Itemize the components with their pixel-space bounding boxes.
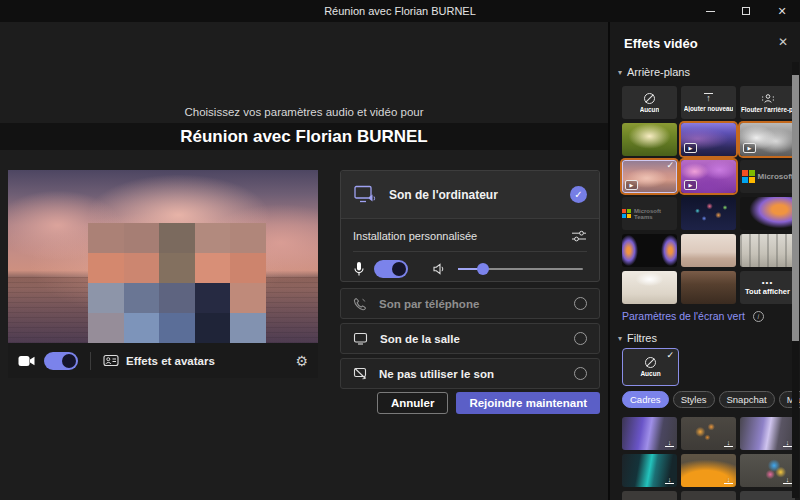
- computer-sound-icon: [353, 184, 377, 205]
- no-sound-label: Ne pas utiliser le son: [379, 368, 494, 380]
- camera-icon: [18, 355, 35, 367]
- microphone-icon: [353, 261, 365, 277]
- add-new-label: Ajouter nouveau: [684, 105, 734, 112]
- background-thumb-purple-flowers[interactable]: ▶: [681, 160, 736, 193]
- download-icon: ↓: [783, 476, 792, 484]
- background-thumb-office-room[interactable]: [740, 234, 795, 267]
- background-thumb-pink-clouds-selected[interactable]: ✓ ▶: [622, 160, 677, 193]
- background-none-button[interactable]: Aucun: [622, 86, 677, 119]
- none-icon: [644, 93, 655, 104]
- show-all-label: Tout afficher: [745, 287, 790, 296]
- window-title: Réunion avec Florian BURNEL: [0, 0, 800, 22]
- none-icon: [645, 357, 656, 368]
- add-new-background-button[interactable]: ↑ Ajouter nouveau: [681, 86, 736, 119]
- panel-close-button[interactable]: ✕: [778, 35, 788, 49]
- tab-snapchat[interactable]: Snapchat: [719, 391, 775, 408]
- device-settings-gear-icon[interactable]: ⚙: [295, 354, 308, 368]
- backgrounds-section-header[interactable]: ▾ Arrière-plans: [618, 66, 690, 78]
- camera-toggle[interactable]: [44, 352, 78, 370]
- upload-icon: ↑: [704, 93, 713, 103]
- selected-check-icon: ✓: [570, 186, 587, 203]
- video-play-icon: ▶: [684, 143, 697, 153]
- phone-sound-option[interactable]: Son par téléphone: [340, 288, 600, 319]
- background-thumb-purple-mountains[interactable]: ▶: [681, 123, 736, 156]
- no-sound-option[interactable]: Ne pas utiliser le son: [340, 358, 600, 389]
- toolbar-divider: [90, 352, 91, 370]
- tab-styles[interactable]: Styles: [673, 391, 715, 408]
- microsoft-logo-icon: [742, 170, 755, 183]
- camera-toggle-knob: [62, 354, 76, 368]
- background-thumb-orange-ribbon[interactable]: [740, 197, 795, 230]
- pixelated-face-region: [88, 223, 266, 343]
- filter-thumb-balloons[interactable]: ↓: [740, 454, 795, 487]
- download-icon: ↓: [665, 439, 674, 447]
- background-thumb-dark-ribbons[interactable]: [622, 234, 677, 267]
- phone-icon: [353, 297, 367, 311]
- more-dots-icon: •••: [762, 280, 773, 286]
- panel-scrollbar-thumb[interactable]: [792, 75, 799, 341]
- selected-check-icon: ✓: [666, 350, 674, 360]
- green-screen-link[interactable]: Paramètres de l'écran vert: [622, 310, 745, 322]
- filter-thumb-purple-wave[interactable]: ↓: [622, 417, 677, 450]
- room-sound-option[interactable]: Son de la salle: [340, 323, 600, 354]
- cancel-button[interactable]: Annuler: [377, 392, 448, 414]
- blur-background-button[interactable]: Flouter l'arrière-pl: [740, 86, 795, 119]
- custom-setup-section: Installation personnalisée: [341, 219, 599, 286]
- info-icon[interactable]: i: [753, 311, 764, 322]
- microphone-toggle-knob: [392, 262, 406, 276]
- background-thumb-forest[interactable]: [622, 123, 677, 156]
- show-all-backgrounds-button[interactable]: ••• Tout afficher: [740, 271, 795, 304]
- background-thumb-microsoft-teams[interactable]: Microsoft Teams: [622, 197, 677, 230]
- background-thumb-white-interior[interactable]: [622, 271, 677, 304]
- audio-mixer-icon[interactable]: [571, 229, 587, 243]
- filter-none-selected[interactable]: ✓ Aucun: [622, 348, 679, 386]
- background-thumb-microsoft[interactable]: Microsoft: [740, 160, 795, 193]
- tab-cadres[interactable]: Cadres: [622, 391, 669, 408]
- filters-section-header[interactable]: ▾ Filtres: [618, 332, 657, 344]
- maximize-icon: [742, 7, 750, 15]
- computer-sound-card: Son de l'ordinateur ✓ Installation perso…: [340, 170, 600, 282]
- minimize-icon: [706, 11, 715, 12]
- chevron-down-icon: ▾: [618, 334, 622, 343]
- effects-avatars-button[interactable]: Effets et avatars: [126, 355, 215, 367]
- volume-slider-thumb[interactable]: [477, 263, 489, 275]
- room-sound-radio[interactable]: [574, 332, 587, 345]
- background-thumb-grey-clouds[interactable]: ▶: [740, 123, 795, 156]
- background-option-buttons: Aucun ↑ Ajouter nouveau Flouter l'arrièr…: [622, 86, 795, 119]
- volume-slider[interactable]: [458, 268, 583, 270]
- speaker-icon: [432, 263, 446, 275]
- background-thumb-dark-interior[interactable]: [681, 271, 736, 304]
- backgrounds-section-label: Arrière-plans: [627, 66, 690, 78]
- microsoft-teams-label: Microsoft Teams: [634, 208, 677, 220]
- selected-check-icon: ✓: [666, 160, 674, 170]
- background-thumb-dark-spheres[interactable]: [681, 197, 736, 230]
- filter-thumb-orange-bokeh[interactable]: ↓: [681, 417, 736, 450]
- close-window-button[interactable]: ✕: [764, 0, 800, 22]
- minimize-button[interactable]: [692, 0, 728, 22]
- no-sound-radio[interactable]: [574, 367, 587, 380]
- room-audio-icon: [353, 332, 368, 345]
- filter-thumb-teal-wave[interactable]: ↓: [622, 454, 677, 487]
- filter-thumb-grey[interactable]: [740, 491, 795, 500]
- filter-thumb-blue[interactable]: [681, 491, 736, 500]
- background-thumb-beige-interior[interactable]: [681, 234, 736, 267]
- microphone-toggle[interactable]: [374, 260, 408, 278]
- room-sound-label: Son de la salle: [380, 333, 460, 345]
- maximize-button[interactable]: [728, 0, 764, 22]
- filter-thumb-lavender-wave[interactable]: ↓: [740, 417, 795, 450]
- meeting-title-band: Réunion avec Florian BURNEL: [0, 123, 608, 150]
- phone-sound-radio[interactable]: [574, 297, 587, 310]
- download-icon: ↓: [665, 476, 674, 484]
- filter-thumb-orange-wave[interactable]: ↓: [681, 454, 736, 487]
- check-glyph: ✓: [574, 189, 582, 200]
- video-preview: Effets et avatars ⚙: [8, 170, 318, 378]
- custom-setup-label: Installation personnalisée: [353, 230, 477, 242]
- join-now-button[interactable]: Rejoindre maintenant: [456, 392, 600, 414]
- filter-thumb-pink[interactable]: [622, 491, 677, 500]
- filters-section-label: Filtres: [627, 332, 657, 344]
- window-controls: ✕: [692, 0, 800, 22]
- titlebar: Réunion avec Florian BURNEL ✕: [0, 0, 800, 22]
- microsoft-label: Microsoft: [758, 172, 794, 181]
- computer-sound-option[interactable]: Son de l'ordinateur ✓: [341, 171, 599, 219]
- filter-tabs: Cadres Styles Snapchat Maybelline: [622, 391, 800, 408]
